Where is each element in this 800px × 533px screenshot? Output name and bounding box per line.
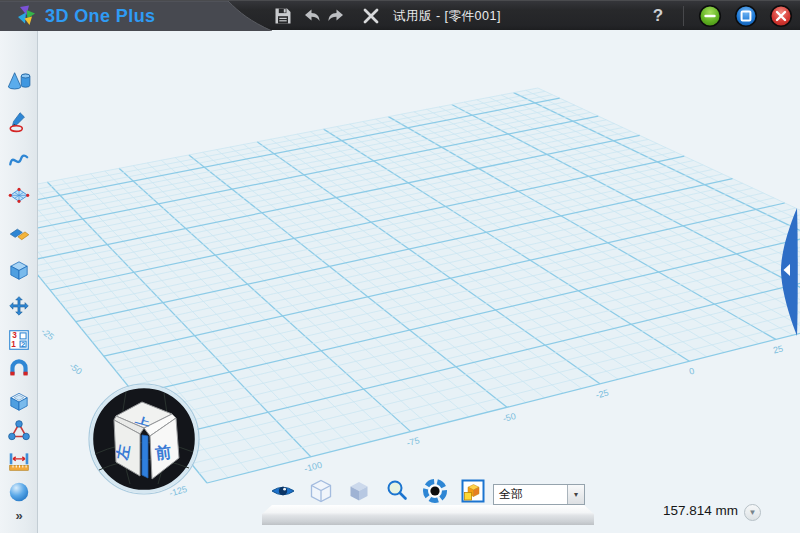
tool-pattern-array[interactable]: 3 1 2 [7,328,31,352]
viewport-3d: -100-75-50-25025-25-50-75-100-125 上 左 前 [38,30,800,533]
zoom-button[interactable] [384,478,410,504]
viewcube-face-front[interactable]: 前 [153,443,172,462]
wireframe-view-button[interactable] [308,478,334,504]
selection-filter-button[interactable] [460,478,486,504]
close-icon [771,6,792,27]
svg-text:1: 1 [11,340,16,349]
save-button[interactable] [272,5,294,27]
grid-axis-label: -25 [595,387,610,400]
erase-icon [7,221,31,245]
cube-icon [7,258,31,282]
viewcube-face-left[interactable]: 左 [113,443,133,462]
view-cube[interactable]: 上 左 前 [86,382,202,496]
sphere-icon [7,480,31,504]
move-arrows-icon [7,295,31,319]
app-window: 3D One Plus [0,0,800,533]
assembly-icon [7,419,31,443]
tool-spline-curve[interactable] [7,148,31,172]
grid-axis-label: 25 [772,343,784,355]
orbit-icon [422,478,448,504]
unit-dropdown-button[interactable]: ▼ [744,504,761,521]
view-toolbar [270,477,486,505]
filter-dropdown-value: 全部 [494,485,567,504]
delete-button[interactable] [360,5,382,27]
tool-shell-hollow[interactable] [7,389,31,413]
grid-axis-label: -75 [405,435,420,448]
shaded-cube-icon [346,478,372,504]
viewcube-edge-highlight [142,435,148,478]
title-bar: 3D One Plus [0,0,800,30]
delete-x-icon [362,7,380,25]
undo-icon [301,7,321,25]
measure-icon [7,449,31,473]
tool-trim-erase[interactable] [7,221,31,245]
eye-icon [270,478,296,504]
toolbar-shelf [262,505,594,525]
sidebar-expand-button[interactable]: » [0,508,38,523]
titlebar-divider [683,6,684,26]
save-icon [273,6,293,26]
shaded-view-button[interactable] [346,478,372,504]
tool-surface-mesh[interactable] [7,185,31,209]
visibility-button[interactable] [270,478,296,504]
sketch-pencil-icon [7,110,31,134]
app-logo-icon [14,4,38,28]
grid-axis-label: -50 [502,411,517,424]
shell-box-icon [7,389,31,413]
tool-sketch[interactable] [7,110,31,134]
measurement-readout: 157.814 mm [663,503,738,518]
maximize-button[interactable] [734,4,758,28]
grid-axis-label: 0 [688,366,695,377]
left-toolbar: 3 1 2 [0,30,38,533]
grid-axis-label: -25 [39,326,55,342]
orbit-rotate-button[interactable] [422,478,448,504]
panel-toggle-tab[interactable] [778,206,800,338]
help-button[interactable]: ? [646,4,670,28]
dropdown-arrow-icon[interactable]: ▾ [567,485,584,504]
app-name: 3D One Plus [45,1,155,31]
minimize-button[interactable] [698,4,722,28]
tool-assembly-constraint[interactable] [7,419,31,443]
undo-button[interactable] [300,5,322,27]
document-title: 试用版 - [零件001] [393,1,501,31]
magnet-icon [7,357,31,381]
grid-axis-label: -50 [67,361,83,377]
filter-box-icon [460,478,486,504]
wireframe-cube-icon [308,478,334,504]
tool-primitive-solids[interactable] [7,70,31,94]
tool-material-sphere[interactable] [7,480,31,504]
tool-measure-ruler[interactable] [7,449,31,473]
mesh-icon [7,185,31,209]
pattern-icon: 3 1 2 [7,328,31,352]
close-button[interactable] [769,4,793,28]
minimize-icon [704,15,715,18]
tool-move-transform[interactable] [7,295,31,319]
svg-text:3: 3 [12,331,17,340]
primitives-icon [7,70,31,94]
tool-extrude-cube[interactable] [7,258,31,282]
spline-icon [7,148,31,172]
tool-magnet-snap[interactable] [7,357,31,381]
grid-axis-label: -100 [303,460,323,474]
redo-button[interactable] [326,5,348,27]
app-logo: 3D One Plus [14,1,155,31]
selection-filter-dropdown[interactable]: 全部 ▾ [493,484,585,505]
svg-text:2: 2 [21,340,25,349]
magnifier-icon [384,478,410,504]
redo-icon [327,7,347,25]
